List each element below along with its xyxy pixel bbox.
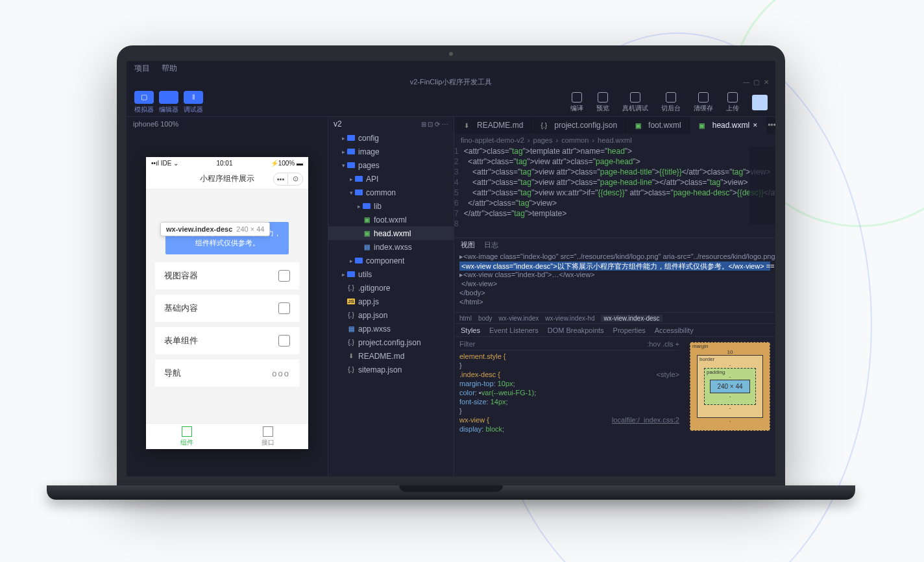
- list-row[interactable]: 导航ooo: [155, 360, 299, 387]
- toolbar-btn-调试器[interactable]: ⫴调试器: [184, 91, 203, 114]
- styles-subtab[interactable]: Properties: [613, 326, 646, 334]
- tree-item[interactable]: ▸component: [328, 254, 454, 267]
- dom-breadcrumb: htmlbodywx-view.indexwx-view.index-hdwx-…: [454, 312, 775, 324]
- window-controls[interactable]: —▢✕: [743, 79, 770, 85]
- tree-item[interactable]: {.}.gitignore: [328, 281, 454, 295]
- app-title: 小程序组件展示: [200, 173, 254, 184]
- list-row[interactable]: 视图容器: [155, 262, 299, 289]
- filter-input[interactable]: Filter: [459, 339, 475, 348]
- tree-item[interactable]: {.}app.json: [328, 308, 454, 322]
- styles-subtab[interactable]: Event Listeners: [489, 326, 539, 334]
- camera-dot: [449, 52, 453, 56]
- toolbar-btn-模拟器[interactable]: ▢模拟器: [134, 91, 154, 114]
- filter-tools[interactable]: :hov .cls +: [647, 339, 679, 348]
- tree-item[interactable]: ▾pages: [328, 158, 454, 172]
- toolbar-action-清缓存[interactable]: 清缓存: [694, 92, 713, 113]
- tree-item[interactable]: {.}project.config.json: [328, 336, 454, 349]
- editor-tab[interactable]: ▣head.wxml✕: [690, 117, 768, 134]
- laptop-frame: 项目 帮助 v2-FinClip小程序开发工具 —▢✕ ▢模拟器编辑器⫴调试器 …: [117, 45, 785, 500]
- window-title: v2-FinClip小程序开发工具: [410, 77, 492, 87]
- inspector-tab[interactable]: 日志: [484, 240, 498, 250]
- dom-tree[interactable]: ▸<wx-image class="index-logo" src="../re…: [454, 251, 775, 312]
- toolbar-action-上传[interactable]: 上传: [726, 92, 739, 113]
- tree-item[interactable]: ▣head.wxml: [328, 226, 454, 240]
- phone-simulator: ••ıl IDE ⌄ 10:01 ⚡100% ▬ 小程序组件展示 •••⊙ wx…: [146, 157, 308, 449]
- project-name: v2: [334, 119, 342, 128]
- phone-statusbar: ••ıl IDE ⌄ 10:01 ⚡100% ▬: [146, 157, 308, 169]
- phone-navbar: 小程序组件展示 •••⊙: [146, 169, 308, 189]
- toolbar-action-预览[interactable]: 预览: [596, 92, 609, 113]
- styles-subtab[interactable]: Accessibility: [655, 326, 694, 334]
- minimap[interactable]: [749, 147, 775, 225]
- editor-tabs: ⬇README.md{.}project.config.json▣foot.wx…: [454, 117, 775, 134]
- devtools-panel: 视图日志 ▸<wx-image class="index-logo" src="…: [454, 238, 775, 476]
- list-row[interactable]: 基础内容: [155, 295, 299, 322]
- tree-item[interactable]: ▤index.wxss: [328, 240, 454, 254]
- editor-tab[interactable]: {.}project.config.json: [531, 117, 626, 134]
- box-model: margin 10 border - padding - 240 × 44 -: [685, 337, 775, 476]
- ide-window: 项目 帮助 v2-FinClip小程序开发工具 —▢✕ ▢模拟器编辑器⫴调试器 …: [127, 61, 775, 476]
- simulator-panel: iphone6 100% ••ıl IDE ⌄ 10:01 ⚡100% ▬ 小程…: [127, 117, 328, 476]
- tree-item[interactable]: {.}sitemap.json: [328, 363, 454, 376]
- capsule[interactable]: •••⊙: [273, 173, 303, 186]
- inspector-tab[interactable]: 视图: [461, 240, 475, 250]
- inspect-tooltip: wx-view.index-desc240 × 44: [160, 222, 270, 236]
- phone-tabbar: 组件 接口: [146, 423, 308, 449]
- tree-item[interactable]: ▸utils: [328, 267, 454, 281]
- css-rules[interactable]: Filter :hov .cls + element.style { } .in…: [454, 337, 685, 476]
- titlebar: v2-FinClip小程序开发工具 —▢✕: [127, 75, 775, 88]
- breadcrumb: fino-applet-demo-v2 › pages › common › h…: [454, 134, 775, 147]
- tab-api[interactable]: 接口: [227, 424, 308, 449]
- list-row[interactable]: 表单组件: [155, 327, 299, 354]
- tree-item[interactable]: ▸API: [328, 172, 454, 186]
- menubar: 项目 帮助: [127, 61, 775, 75]
- toolbar-btn-编辑器[interactable]: 编辑器: [159, 91, 178, 114]
- menu-project[interactable]: 项目: [134, 63, 150, 74]
- tree-item[interactable]: ▸image: [328, 145, 454, 158]
- menu-help[interactable]: 帮助: [162, 63, 177, 74]
- styles-subtab[interactable]: DOM Breakpoints: [548, 326, 604, 334]
- toolbar: ▢模拟器编辑器⫴调试器 编译预览真机调试切后台清缓存上传: [127, 88, 775, 117]
- explorer-actions[interactable]: ⊞ ⊡ ⟳ ⋯: [421, 121, 448, 128]
- tree-item[interactable]: ▾common: [328, 186, 454, 199]
- editor-tab[interactable]: ⬇README.md: [454, 117, 531, 134]
- tree-item[interactable]: ▸lib: [328, 199, 454, 213]
- editor-tab[interactable]: ▣foot.wxml: [626, 117, 690, 134]
- toolbar-action-编译[interactable]: 编译: [570, 92, 583, 113]
- simulator-device-label[interactable]: iphone6 100%: [127, 117, 328, 131]
- editor-panel: ⬇README.md{.}project.config.json▣foot.wx…: [454, 117, 775, 476]
- tree-item[interactable]: ▤app.wxss: [328, 322, 454, 336]
- tree-item[interactable]: JSapp.js: [328, 295, 454, 308]
- styles-subtab[interactable]: Styles: [461, 326, 480, 334]
- code-editor[interactable]: 12345678 <attr">class="tag">template att…: [454, 147, 775, 238]
- tree-item[interactable]: ⬇README.md: [328, 349, 454, 363]
- styles-tabs: StylesEvent ListenersDOM BreakpointsProp…: [454, 324, 775, 337]
- file-explorer: v2 ⊞ ⊡ ⟳ ⋯ ▸config ▸image ▾pages ▸API ▾c…: [328, 117, 454, 476]
- tab-overflow[interactable]: •••: [768, 117, 775, 134]
- tab-components[interactable]: 组件: [146, 424, 227, 449]
- tree-item[interactable]: ▸config: [328, 131, 454, 145]
- toolbar-action-切后台[interactable]: 切后台: [661, 92, 681, 113]
- avatar[interactable]: [752, 95, 768, 110]
- tree-item[interactable]: ▣foot.wxml: [328, 213, 454, 226]
- toolbar-action-真机调试[interactable]: 真机调试: [622, 92, 648, 113]
